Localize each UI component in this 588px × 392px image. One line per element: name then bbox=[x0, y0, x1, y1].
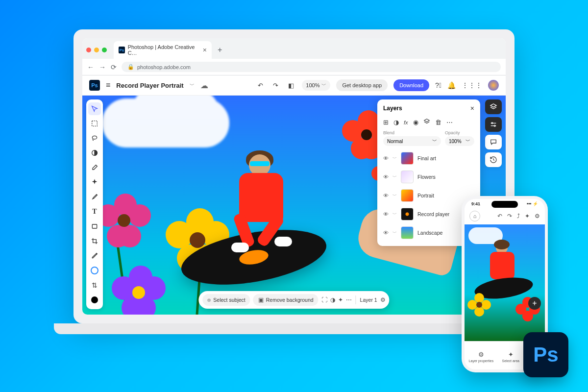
lock-icon: 🔒 bbox=[127, 64, 134, 70]
selection-tool[interactable] bbox=[88, 117, 101, 130]
redo-button[interactable]: ↷ bbox=[271, 80, 280, 91]
settings-icon[interactable]: ⚙ bbox=[380, 296, 386, 303]
contextual-taskbar: ⍟Select subject ▣Remove background ⛶ ◑ ✦… bbox=[198, 291, 389, 309]
layers-dock-button[interactable] bbox=[485, 99, 502, 114]
add-button[interactable]: + bbox=[528, 297, 541, 310]
download-button[interactable]: Download bbox=[393, 79, 429, 91]
undo-icon[interactable]: ↶ bbox=[497, 213, 502, 220]
layer-properties-tab[interactable]: ⚙Layer properties bbox=[469, 351, 494, 363]
phone-status-icons: ••• ⚡ bbox=[527, 201, 538, 206]
visibility-icon[interactable]: 👁 bbox=[383, 230, 389, 236]
chevron-down-icon[interactable]: ﹀ bbox=[392, 155, 397, 162]
laptop-frame: Ps Photoshop | Adobe Creative C… × + ← →… bbox=[74, 29, 514, 323]
brush-tool[interactable] bbox=[88, 191, 101, 203]
undo-button[interactable]: ↶ bbox=[256, 80, 265, 91]
apps-grid-icon[interactable]: ⋮⋮⋮ bbox=[462, 81, 482, 89]
help-icon[interactable]: ?⃝ bbox=[435, 81, 441, 89]
add-layer-icon[interactable]: ⊞ bbox=[383, 119, 389, 126]
avatar[interactable] bbox=[488, 80, 499, 91]
close-window-icon[interactable] bbox=[86, 48, 91, 52]
eraser-tool[interactable] bbox=[88, 161, 101, 174]
chevron-down-icon[interactable]: ﹀ bbox=[190, 82, 195, 89]
address-bar[interactable]: 🔒 photoshop.adobe.com bbox=[122, 62, 501, 72]
select-subject-icon: ⍟ bbox=[207, 296, 211, 303]
panel-title: Layers bbox=[383, 105, 402, 112]
browser-tab[interactable]: Ps Photoshop | Adobe Creative C… × bbox=[114, 41, 212, 59]
photoshop-app-icon: Ps bbox=[523, 332, 568, 377]
chevron-down-icon[interactable]: ﹀ bbox=[392, 193, 397, 199]
visibility-icon[interactable]: 👁 bbox=[383, 211, 389, 217]
camera-icon[interactable]: ◉ bbox=[413, 119, 418, 126]
svg-rect-3 bbox=[92, 224, 97, 228]
shape-tool[interactable] bbox=[88, 220, 101, 233]
more-options-icon[interactable]: ⋯ bbox=[446, 119, 453, 126]
crop-tool[interactable] bbox=[88, 235, 101, 247]
history-dock-button[interactable] bbox=[485, 152, 502, 167]
stroke-color[interactable] bbox=[88, 264, 101, 277]
remove-background-button[interactable]: ▣Remove background bbox=[253, 294, 318, 306]
app-header: Ps ≡ Record Player Portrait ﹀ ☁ ↶ ↷ ◧ 10… bbox=[82, 75, 506, 96]
eyedropper-tool[interactable] bbox=[88, 249, 101, 262]
fx-icon[interactable]: fx bbox=[404, 120, 408, 125]
select-icon: ✦ bbox=[508, 351, 514, 358]
close-panel-button[interactable]: × bbox=[470, 104, 474, 112]
properties-dock-button[interactable] bbox=[485, 117, 502, 132]
phone-canvas[interactable]: + bbox=[465, 224, 545, 341]
sparkle-icon[interactable]: ✦ bbox=[525, 213, 530, 220]
back-button[interactable]: ← bbox=[87, 63, 94, 71]
lasso-tool[interactable] bbox=[88, 132, 101, 145]
comments-dock-button[interactable] bbox=[485, 135, 502, 149]
active-layer-label: Layer 1 bbox=[360, 297, 377, 303]
close-tab-icon[interactable]: × bbox=[203, 46, 207, 54]
share-icon[interactable]: ⤴ bbox=[517, 213, 520, 220]
crop-icon[interactable]: ⛶ bbox=[321, 296, 327, 303]
fill-color[interactable] bbox=[88, 294, 101, 306]
opacity-select[interactable]: 100%﹀ bbox=[445, 136, 474, 146]
window-controls[interactable] bbox=[86, 48, 107, 52]
layer-row[interactable]: 👁﹀Flowers bbox=[377, 168, 480, 186]
adjustments-tool[interactable] bbox=[88, 147, 101, 159]
visibility-icon[interactable]: 👁 bbox=[383, 193, 389, 198]
tab-title: Photoshop | Adobe Creative C… bbox=[128, 44, 198, 56]
redo-icon[interactable]: ↷ bbox=[507, 213, 512, 220]
svg-point-4 bbox=[491, 122, 493, 124]
select-area-tab[interactable]: ✦Select area bbox=[502, 351, 519, 363]
more-icon[interactable]: ⋯ bbox=[346, 296, 352, 303]
document-name[interactable]: Record Player Portrait bbox=[116, 82, 183, 89]
opacity-label: Opacity bbox=[445, 130, 474, 135]
mask-icon[interactable]: ◑ bbox=[393, 119, 399, 126]
select-subject-button[interactable]: ⍟Select subject bbox=[202, 294, 250, 306]
spot-heal-tool[interactable] bbox=[88, 176, 101, 189]
home-button[interactable]: ⌂ bbox=[469, 211, 480, 221]
forward-button[interactable]: → bbox=[99, 63, 106, 71]
visibility-icon[interactable]: 👁 bbox=[383, 155, 389, 161]
cloud-status-icon[interactable]: ☁ bbox=[200, 81, 208, 90]
adjust-icon[interactable]: ◑ bbox=[330, 296, 335, 303]
sparkle-icon[interactable]: ✦ bbox=[338, 296, 343, 303]
browser-chrome: Ps Photoshop | Adobe Creative C… × + ← →… bbox=[82, 38, 506, 75]
notifications-icon[interactable]: 🔔 bbox=[447, 81, 456, 89]
maximize-window-icon[interactable] bbox=[102, 48, 107, 52]
panel-toggle-icon[interactable]: ◧ bbox=[286, 80, 296, 91]
editor-canvas-area: T ⇅ Layers × bbox=[82, 96, 506, 315]
chevron-down-icon: ﹀ bbox=[321, 82, 326, 89]
layer-row[interactable]: 👁﹀Final art bbox=[377, 149, 480, 168]
new-tab-button[interactable]: + bbox=[215, 46, 225, 54]
group-layers-icon[interactable] bbox=[423, 118, 430, 126]
chevron-down-icon[interactable]: ﹀ bbox=[392, 211, 397, 218]
delete-layer-icon[interactable]: 🗑 bbox=[435, 119, 441, 126]
visibility-icon[interactable]: 👁 bbox=[383, 174, 389, 180]
gear-icon[interactable]: ⚙ bbox=[535, 213, 540, 220]
reload-button[interactable]: ⟳ bbox=[111, 63, 117, 71]
photoshop-logo-icon[interactable]: Ps bbox=[89, 80, 100, 91]
swap-colors-icon[interactable]: ⇅ bbox=[88, 279, 101, 292]
move-tool[interactable] bbox=[88, 102, 101, 115]
text-tool[interactable]: T bbox=[88, 205, 101, 218]
get-desktop-button[interactable]: Get desktop app bbox=[336, 79, 388, 91]
zoom-control[interactable]: 100%﹀ bbox=[302, 80, 330, 91]
menu-button[interactable]: ≡ bbox=[106, 81, 110, 90]
chevron-down-icon[interactable]: ﹀ bbox=[392, 230, 397, 236]
chevron-down-icon[interactable]: ﹀ bbox=[392, 174, 397, 180]
blend-mode-select[interactable]: Normal﹀ bbox=[383, 136, 441, 146]
minimize-window-icon[interactable] bbox=[94, 48, 99, 52]
